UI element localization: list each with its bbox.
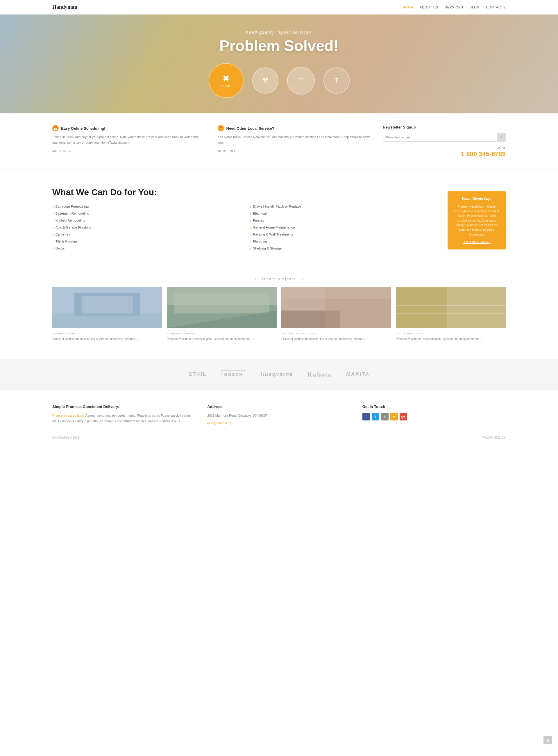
testimonial-prev[interactable]: ‹ [442, 217, 443, 223]
list-item[interactable]: Electrical [250, 211, 436, 216]
project-link[interactable]: › [482, 337, 483, 341]
social-email[interactable]: ✉ [381, 413, 388, 420]
project-card: AENEAN NONUMMY Praesent vestibulum moles… [167, 287, 277, 341]
project-image-4 [396, 287, 506, 328]
nav-home[interactable]: HOME [403, 5, 413, 9]
project-link[interactable]: › [253, 337, 254, 341]
testimonial-next[interactable]: › [510, 217, 511, 223]
call-us-label: call us [383, 146, 506, 149]
footer-address: 2601 Marmora Road, Glasgow, D04 89GR. [207, 413, 351, 418]
list-item[interactable]: Decks [52, 246, 238, 251]
brands-section: STIHL BOSCH Husqvarna Kubota MAKITA [0, 359, 558, 390]
svg-rect-2 [52, 313, 162, 328]
footer-col-2: Address 2601 Marmora Road, Glasgow, D04 … [207, 405, 351, 426]
hero-circles: ✖ repair ⚒ ⊤ ⊤ [209, 63, 350, 98]
brand-kubota: Kubota [307, 371, 332, 378]
nav-contacts[interactable]: CONTACTS [486, 5, 506, 9]
services-lists: Bathroom Remodeling Basement Remodeling … [52, 204, 436, 253]
circle-repair[interactable]: ✖ repair [209, 63, 244, 98]
footer-highlight-link[interactable]: Praesent vestibu latus. [52, 414, 84, 417]
hero-title: Problem Solved! [220, 37, 338, 54]
projects-title: recent projects [262, 277, 296, 281]
brand-makita: MAKITA [346, 371, 370, 377]
project-image-3 [281, 287, 391, 328]
newsletter-heading: Newsletter Signup [383, 125, 506, 129]
brand-husqvarna: Husqvarna [261, 371, 293, 377]
list-item[interactable]: Kitchen Remodeling [52, 218, 238, 223]
footer-col-1: Simple Promise. Consistent Delivery. Pra… [52, 405, 196, 426]
hero-subtitle: need quality repair service? [220, 30, 338, 34]
list-item[interactable]: Painting & Wall Treatments [250, 232, 436, 237]
testimonial-text: Praesent vestibulum molestie luctus. Aen… [453, 204, 500, 237]
social-icons: f t ✉ ✦ g+ [362, 413, 506, 420]
project-card: LACUS HENDRERIT Praesent vestibulum mole… [396, 287, 506, 341]
social-facebook[interactable]: f [362, 413, 370, 420]
projects-section: ‹ recent projects › LLOREM IPSUM Praesen… [0, 270, 558, 359]
projects-prev[interactable]: ‹ [255, 276, 256, 282]
circle-fix[interactable]: ⊤ [324, 68, 350, 94]
newsletter-submit[interactable]: › [497, 133, 505, 141]
list-item[interactable]: Shelving & Storage [250, 246, 436, 251]
newsletter-input[interactable] [383, 133, 497, 141]
testimonial-link[interactable]: READ MORE INFO... [453, 241, 500, 244]
newsletter-form: › [383, 133, 506, 142]
social-rss[interactable]: ✦ [390, 413, 398, 420]
nav-about[interactable]: ABOUT US [420, 5, 438, 9]
brand-bosch: BOSCH [221, 370, 246, 378]
project-card: VESTIBULUM MOLESTIE Praesent vestibulum … [281, 287, 391, 341]
list-item[interactable]: Fences [250, 218, 436, 223]
list-item[interactable]: Attic & Garage Finishing [52, 225, 238, 230]
project-category: LACUS HENDRERIT [396, 332, 506, 335]
list-item[interactable]: General Home Maintenance [250, 225, 436, 230]
projects-grid: LLOREM IPSUM Praesent vestibulum molesti… [52, 287, 506, 341]
local-service-more-link[interactable]: MORE INFO [218, 149, 239, 153]
paint-icon: ⚒ [262, 77, 268, 84]
circle-paint[interactable]: ⚒ [252, 68, 278, 94]
build-icon: ⊤ [298, 77, 304, 84]
list-item[interactable]: Bathroom Remodeling [52, 204, 238, 209]
footer-heading-2: Address [207, 405, 351, 409]
project-image-1 [52, 287, 162, 328]
footer-col-3: Get in Touch f t ✉ ✦ g+ [362, 405, 506, 426]
scheduling-col: 📅 Easy Online Scheduling! Schedule, trac… [52, 125, 206, 158]
svg-rect-14 [447, 287, 506, 328]
list-item[interactable]: Drywall Install, Patch or Replace [250, 204, 436, 209]
project-desc: Praesent vestibulum molestie lacus. Aene… [281, 337, 391, 341]
circle-build[interactable]: ⊤ [287, 67, 315, 95]
services-heading: What We Can Do for You: [52, 187, 436, 197]
list-item[interactable]: Carpentry [52, 232, 238, 237]
hero-section: need quality repair service? Problem Sol… [0, 15, 558, 114]
svg-rect-3 [82, 296, 133, 313]
header: Handyman HOME ABOUT US SERVICES BLOG CON… [0, 0, 558, 15]
footer-bottom: HANDYMAN © 2013 PRIVACY POLICY [0, 432, 558, 443]
svg-rect-15 [396, 305, 506, 306]
local-service-col: 📍 Need Other Local Service? The HomeTask… [218, 125, 372, 158]
footer-heading-1: Simple Promise. Consistent Delivery. [52, 405, 196, 409]
svg-rect-6 [174, 293, 270, 313]
hero-text: need quality repair service? Problem Sol… [220, 30, 338, 54]
projects-header: ‹ recent projects › [52, 276, 506, 282]
projects-next[interactable]: › [302, 276, 303, 282]
list-item[interactable]: Tile & Flooring [52, 239, 238, 244]
copyright: HANDYMAN © 2013 [52, 436, 79, 439]
nav-services[interactable]: SERVICES [445, 5, 463, 9]
list-item[interactable]: Basement Remodeling [52, 211, 238, 216]
scheduling-more-link[interactable]: MORE INFO [52, 149, 74, 153]
project-link[interactable]: › [367, 337, 368, 341]
social-twitter[interactable]: t [372, 413, 379, 420]
project-link[interactable]: › [138, 337, 139, 341]
main-nav: HOME ABOUT US SERVICES BLOG CONTACTS [403, 5, 506, 9]
footer-email[interactable]: love@domain.org [207, 421, 232, 425]
calendar-icon: 📅 [52, 125, 59, 131]
social-googleplus[interactable]: g+ [400, 413, 407, 420]
services-list-1: Bathroom Remodeling Basement Remodeling … [52, 204, 238, 253]
project-image-2 [167, 287, 277, 328]
call-us-number: 1 800 345-6789 [383, 150, 506, 158]
svg-rect-16 [396, 313, 506, 314]
testimonial-box: What Clients Say: Praesent vestibulum mo… [448, 191, 506, 249]
nav-blog[interactable]: BLOG [470, 5, 480, 9]
privacy-link[interactable]: PRIVACY POLICY [482, 436, 506, 439]
list-item[interactable]: Plumbing [250, 239, 436, 244]
local-service-body: The HomeTasks Service Network includes n… [218, 134, 372, 145]
call-us: call us 1 800 345-6789 [383, 146, 506, 158]
